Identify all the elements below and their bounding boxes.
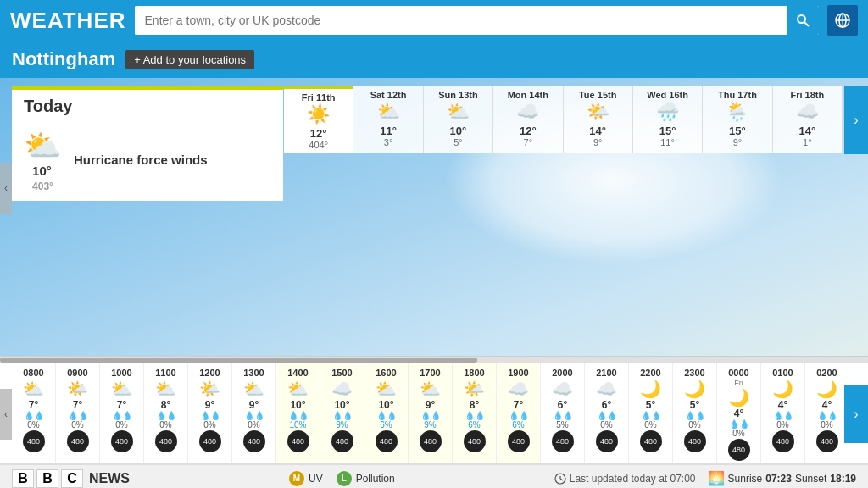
bbc-news-text: NEWS xyxy=(89,471,130,486)
hourly-col-1400: 1400⛅10°💧💧10%480 xyxy=(276,363,320,463)
sunrise-time: 07:23 xyxy=(765,473,792,485)
bbc-b1: B xyxy=(12,469,34,488)
clock-icon xyxy=(554,473,566,485)
forecast-day-4-label: Tue 15th xyxy=(565,90,631,100)
sunrise-info: 🌅 Sunrise 07:23 Sunset 18:19 xyxy=(708,470,856,486)
search-input[interactable] xyxy=(135,6,787,35)
forecast-day-2-label: Sun 13th xyxy=(426,90,491,100)
hourly-table: 0800⛅7°💧💧0%480 0900🌤️7°💧💧0%480 1000⛅7°💧💧… xyxy=(0,363,868,464)
hourly-scrollbar-thumb xyxy=(0,358,477,363)
forecast-day-6-low: 9° xyxy=(704,137,770,147)
add-location-button[interactable]: + Add to your locations xyxy=(125,50,254,69)
forecast-day-3[interactable]: Mon 14th ☁️ 12° 7° xyxy=(493,86,563,153)
hourly-col-2200: 2200🌙5°💧💧0%480 xyxy=(629,363,673,463)
forecast-day-7-high: 14° xyxy=(775,125,840,137)
forecast-day-4-high: 14° xyxy=(565,125,631,137)
today-weather-icon: ⛅ xyxy=(24,128,62,164)
forecast-day-3-icon: ☁️ xyxy=(495,100,560,125)
hourly-col-0000: 0000Fri🌙4°💧💧0%480 xyxy=(717,363,761,463)
search-icon xyxy=(796,14,810,27)
sunrise-icon: 🌅 xyxy=(708,470,725,486)
forecast-day-4-low: 9° xyxy=(565,137,631,147)
sunset-time: 18:19 xyxy=(830,473,856,485)
forecast-day-5-low: 11° xyxy=(635,137,700,147)
last-updated: Last updated today at 07:00 xyxy=(554,473,696,485)
hourly-col-1200: 1200🌤️9°💧💧0%480 xyxy=(188,363,232,463)
hourly-col-1000: 1000⛅7°💧💧0%480 xyxy=(100,363,144,463)
forecast-day-6[interactable]: Thu 17th 🌦️ 15° 9° xyxy=(703,86,772,153)
forecast-day-0-icon: ☀️ xyxy=(286,103,351,127)
uv-label: UV xyxy=(309,473,323,485)
pollution-label: Pollution xyxy=(356,473,395,485)
search-button[interactable] xyxy=(787,6,819,35)
hourly-nav-left[interactable]: ‹ xyxy=(0,389,12,440)
header: WEATHER xyxy=(0,0,868,41)
forecast-day-5[interactable]: Wed 16th 🌧️ 15° 11° xyxy=(633,86,703,153)
forecast-day-1-high: 11° xyxy=(355,125,420,137)
hourly-col-1300: 1300⛅9°💧💧0%480 xyxy=(232,363,276,463)
today-icon-temp: ⛅ 10°403° xyxy=(24,128,62,192)
svg-line-1 xyxy=(804,22,809,26)
bottom-bar: B B C NEWS M UV L Pollution xyxy=(0,464,868,488)
forecast-day-6-icon: 🌦️ xyxy=(704,100,770,125)
search-bar xyxy=(135,6,819,35)
hourly-col-0800: 0800⛅7°💧💧0%480 xyxy=(12,363,56,463)
hourly-col-1100: 1100⛅8°💧💧0%480 xyxy=(144,363,188,463)
forecast-day-0-label: Fri 11th xyxy=(286,92,351,103)
today-description: Hurricane force winds xyxy=(74,152,208,167)
forecast-day-0-low: 404° xyxy=(286,140,351,150)
forecast-day-2-high: 10° xyxy=(426,125,491,137)
hourly-col-1900: 1900☁️7°💧💧6%480 xyxy=(497,363,541,463)
forecast-day-4-icon: 🌤️ xyxy=(565,100,631,125)
sunrise-label: Sunrise xyxy=(728,473,763,485)
forecast-strip: Fri 11th ☀️ 12° 404° Sat 12th ⛅ 11° 3° S… xyxy=(284,86,843,153)
forecast-nav-right[interactable]: › xyxy=(844,86,868,154)
forecast-day-6-high: 15° xyxy=(704,125,770,137)
today-panel: Today ⛅ 10°403° Hurricane force winds xyxy=(12,86,283,201)
bottom-left: B B C NEWS xyxy=(12,469,130,488)
forecast-day-2[interactable]: Sun 13th ⛅ 10° 5° xyxy=(424,86,493,153)
hourly-col-2100: 2100☁️6°💧💧0%480 xyxy=(585,363,629,463)
bbc-b2: B xyxy=(36,469,58,488)
uv-legend: M UV xyxy=(289,471,323,486)
forecast-day-3-low: 7° xyxy=(495,137,560,147)
location-bar: Nottingham + Add to your locations xyxy=(0,41,868,78)
hourly-col-1800: 1800🌤️8°💧💧6%480 xyxy=(453,363,497,463)
last-updated-text: Last updated today at 07:00 xyxy=(570,473,696,485)
pollution-badge: L xyxy=(337,471,352,486)
hourly-nav-right[interactable]: › xyxy=(844,385,868,443)
today-temp: 10°403° xyxy=(32,164,53,192)
hourly-col-0900: 0900🌤️7°💧💧0%480 xyxy=(56,363,100,463)
uv-badge: M xyxy=(289,471,304,486)
forecast-day-4[interactable]: Tue 15th 🌤️ 14° 9° xyxy=(564,86,633,153)
forecast-day-1-low: 3° xyxy=(355,137,420,147)
bottom-center: M UV L Pollution xyxy=(289,471,395,486)
globe-button[interactable] xyxy=(827,5,858,36)
hourly-col-0200: 0200🌙4°💧💧0%480 xyxy=(805,363,849,463)
bbc-c: C xyxy=(61,469,83,488)
forecast-day-0[interactable]: Fri 11th ☀️ 12° 404° xyxy=(284,86,353,153)
sunset-label: Sunset xyxy=(795,473,826,485)
hourly-col-1500: 1500☁️10°💧💧9%480 xyxy=(320,363,364,463)
hourly-scrollbar[interactable] xyxy=(0,357,868,363)
bottom-right: Last updated today at 07:00 🌅 Sunrise 07… xyxy=(554,470,856,486)
forecast-nav-left[interactable]: ‹ xyxy=(0,163,12,214)
forecast-day-3-label: Mon 14th xyxy=(495,90,560,100)
weather-hero: ‹ Today ⛅ 10°403° Hurricane force winds … xyxy=(0,78,868,488)
svg-point-0 xyxy=(798,15,805,23)
forecast-day-1-label: Sat 12th xyxy=(355,90,420,100)
forecast-day-0-high: 12° xyxy=(286,127,351,140)
bbc-logo: B B C NEWS xyxy=(12,469,130,488)
today-label: Today xyxy=(12,90,283,116)
forecast-day-1-icon: ⛅ xyxy=(355,100,420,125)
forecast-day-5-icon: 🌧️ xyxy=(635,100,700,125)
hourly-col-2300: 2300🌙5°💧💧0%480 xyxy=(673,363,717,463)
hourly-wrapper: ‹ › 0800⛅7°💧💧0%480 0900🌤️7°💧💧0%480 1000⛅… xyxy=(0,363,868,464)
hourly-section: ‹ › 0800⛅7°💧💧0%480 0900🌤️7°💧💧0%480 1000⛅… xyxy=(0,356,868,488)
hourly-col-1600: 1600⛅10°💧💧6%480 xyxy=(364,363,409,463)
hourly-col-0100: 0100🌙4°💧💧0%480 xyxy=(761,363,805,463)
forecast-day-3-high: 12° xyxy=(495,125,560,137)
forecast-day-7[interactable]: Fri 18th ☁️ 14° 1° xyxy=(773,86,843,153)
forecast-day-1[interactable]: Sat 12th ⛅ 11° 3° xyxy=(353,86,423,153)
hourly-col-2000: 2000☁️6°💧💧5%480 xyxy=(541,363,585,463)
